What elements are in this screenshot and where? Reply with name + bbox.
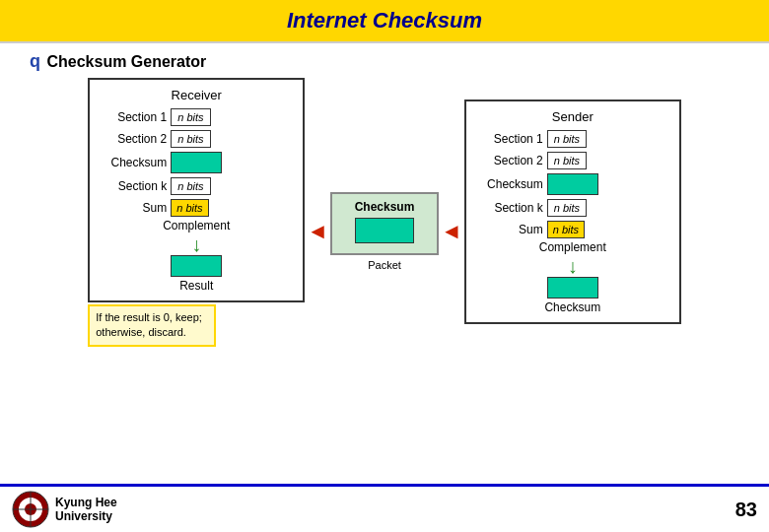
receiver-checksum-box <box>171 152 222 173</box>
receiver-sum-row: Sum n bits <box>98 199 295 217</box>
note-text: If the result is 0, keep; otherwise, dis… <box>96 311 202 338</box>
receiver-section1-row: Section 1 n bits <box>98 108 295 126</box>
page-number: 83 <box>735 499 757 521</box>
receiver-result-box <box>171 255 222 277</box>
receiver-sectionk-label: Section k <box>98 179 167 193</box>
sender-complement-label: Complement <box>474 240 671 254</box>
receiver-section1-bits: n bits <box>171 108 210 126</box>
center-area: ◄ Checksum Packet ◄ <box>305 192 464 271</box>
sender-section1-bits: n bits <box>547 130 587 148</box>
sender-section1-row: Section 1 n bits <box>474 130 671 148</box>
sender-sectionk-bits: n bits <box>547 199 587 217</box>
receiver-complement-label: Complement <box>98 219 295 233</box>
diagram-area: Receiver Section 1 n bits Section 2 n bi… <box>0 78 769 347</box>
sender-sum-bits: n bits <box>547 221 585 238</box>
receiver-arrow-down: ↓ <box>98 234 295 254</box>
sender-title: Sender <box>474 109 671 124</box>
receiver-sum-label: Sum <box>98 201 167 215</box>
university-logo <box>12 491 49 528</box>
receiver-section2-label: Section 2 <box>98 132 167 146</box>
sender-sectionk-label: Section k <box>474 201 543 215</box>
footer: Kyung HeeUniversity 83 <box>0 484 769 532</box>
packet-green-box <box>355 218 414 243</box>
sender-sum-row: Sum n bits <box>474 221 671 238</box>
sender-section2-row: Section 2 n bits <box>474 152 671 169</box>
page-title: Internet Checksum <box>0 0 769 43</box>
packet-box: Checksum <box>330 192 439 255</box>
sender-panel: Sender Section 1 n bits Section 2 n bits… <box>464 100 681 324</box>
receiver-checksum-row: Checksum <box>98 152 295 173</box>
arrows-packet-row: ◄ Checksum Packet ◄ <box>305 192 464 271</box>
packet-checksum-label: Checksum <box>342 200 427 214</box>
sender-checksum-row: Checksum <box>474 173 671 195</box>
right-arrow: ◄ <box>441 219 462 244</box>
receiver-result-label: Result <box>98 279 295 293</box>
receiver-section2-row: Section 2 n bits <box>98 130 295 148</box>
receiver-title: Receiver <box>98 88 295 102</box>
packet-label: Packet <box>368 259 401 271</box>
sender-section2-bits: n bits <box>547 152 587 169</box>
sender-checksum-box <box>547 173 598 195</box>
receiver-section1-label: Section 1 <box>98 110 167 124</box>
subtitle: Checksum Generator <box>30 51 769 72</box>
university-name: Kyung HeeUniversity <box>55 496 117 523</box>
receiver-sectionk-row: Section k n bits <box>98 177 295 195</box>
receiver-sectionk-bits: n bits <box>171 177 210 195</box>
sender-checksum2-label: Checksum <box>474 300 671 314</box>
packet-container: Checksum Packet <box>330 192 439 271</box>
footer-left: Kyung HeeUniversity <box>12 491 117 528</box>
receiver-panel-wrapper: Receiver Section 1 n bits Section 2 n bi… <box>88 78 305 347</box>
sender-arrow-down: ↓ <box>474 256 671 276</box>
note-box: If the result is 0, keep; otherwise, dis… <box>88 304 216 347</box>
sender-sum-label: Sum <box>474 223 543 236</box>
sender-checksum-label: Checksum <box>474 177 543 191</box>
receiver-panel: Receiver Section 1 n bits Section 2 n bi… <box>88 78 305 302</box>
sender-section2-label: Section 2 <box>474 154 543 167</box>
sender-sectionk-row: Section k n bits <box>474 199 671 217</box>
left-arrow: ◄ <box>307 219 328 244</box>
receiver-sum-bits: n bits <box>171 199 208 217</box>
sender-panel-wrapper: Sender Section 1 n bits Section 2 n bits… <box>464 100 681 324</box>
sender-section1-label: Section 1 <box>474 132 543 146</box>
sender-checksum-result-box <box>547 277 598 299</box>
receiver-section2-bits: n bits <box>171 130 210 148</box>
receiver-checksum-label: Checksum <box>98 156 167 169</box>
